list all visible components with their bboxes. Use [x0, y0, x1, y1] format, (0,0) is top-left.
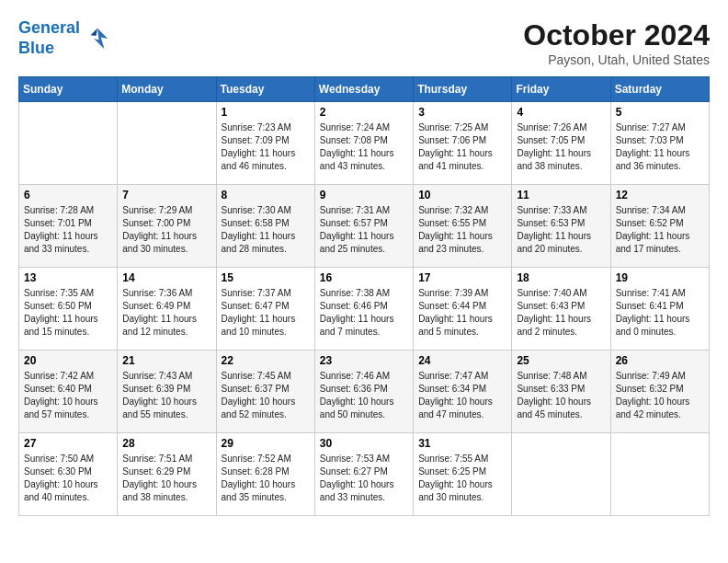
day-number: 27	[24, 437, 112, 450]
calendar-day-cell: 20Sunrise: 7:42 AM Sunset: 6:40 PM Dayli…	[19, 350, 118, 433]
day-number: 1	[222, 106, 310, 119]
day-number: 4	[517, 106, 605, 119]
calendar-day-cell: 6Sunrise: 7:28 AM Sunset: 7:01 PM Daylig…	[19, 185, 118, 268]
day-number: 20	[24, 354, 112, 367]
calendar-week-row: 20Sunrise: 7:42 AM Sunset: 6:40 PM Dayli…	[19, 350, 710, 433]
day-info: Sunrise: 7:51 AM Sunset: 6:29 PM Dayligh…	[122, 453, 210, 504]
logo-bird-icon	[84, 25, 111, 52]
weekday-header-monday: Monday	[118, 77, 216, 102]
day-number: 15	[222, 271, 310, 284]
day-number: 13	[24, 271, 112, 284]
day-number: 19	[616, 271, 704, 284]
day-number: 3	[418, 106, 506, 119]
day-info: Sunrise: 7:42 AM Sunset: 6:40 PM Dayligh…	[24, 370, 112, 421]
calendar-day-cell: 11Sunrise: 7:33 AM Sunset: 6:53 PM Dayli…	[512, 185, 610, 268]
calendar-day-cell	[512, 433, 610, 516]
calendar-day-cell: 12Sunrise: 7:34 AM Sunset: 6:52 PM Dayli…	[610, 185, 709, 268]
calendar-day-cell	[610, 433, 709, 516]
calendar-day-cell: 17Sunrise: 7:39 AM Sunset: 6:44 PM Dayli…	[414, 268, 512, 350]
calendar-day-cell: 3Sunrise: 7:25 AM Sunset: 7:06 PM Daylig…	[414, 102, 512, 185]
day-info: Sunrise: 7:32 AM Sunset: 6:55 PM Dayligh…	[418, 204, 506, 256]
day-number: 11	[517, 189, 605, 201]
page-header: GeneralBlue October 2024 Payson, Utah, U…	[18, 18, 710, 67]
calendar-day-cell: 23Sunrise: 7:46 AM Sunset: 6:36 PM Dayli…	[314, 350, 413, 433]
calendar-day-cell: 30Sunrise: 7:53 AM Sunset: 6:27 PM Dayli…	[314, 433, 413, 516]
day-info: Sunrise: 7:37 AM Sunset: 6:47 PM Dayligh…	[222, 287, 310, 339]
day-info: Sunrise: 7:41 AM Sunset: 6:41 PM Dayligh…	[616, 287, 704, 339]
day-number: 21	[122, 354, 210, 367]
weekday-header-friday: Friday	[512, 77, 610, 102]
calendar-day-cell: 16Sunrise: 7:38 AM Sunset: 6:46 PM Dayli…	[314, 268, 413, 350]
calendar-day-cell: 1Sunrise: 7:23 AM Sunset: 7:09 PM Daylig…	[216, 102, 314, 185]
day-number: 9	[320, 189, 408, 201]
day-info: Sunrise: 7:26 AM Sunset: 7:05 PM Dayligh…	[517, 121, 605, 173]
calendar-day-cell: 22Sunrise: 7:45 AM Sunset: 6:37 PM Dayli…	[216, 350, 314, 433]
calendar-day-cell: 24Sunrise: 7:47 AM Sunset: 6:34 PM Dayli…	[414, 350, 512, 433]
day-info: Sunrise: 7:25 AM Sunset: 7:06 PM Dayligh…	[418, 121, 506, 173]
weekday-header-tuesday: Tuesday	[216, 77, 314, 102]
weekday-header-row: SundayMondayTuesdayWednesdayThursdayFrid…	[19, 77, 710, 102]
day-info: Sunrise: 7:27 AM Sunset: 7:03 PM Dayligh…	[616, 121, 704, 173]
weekday-header-wednesday: Wednesday	[314, 77, 413, 102]
day-info: Sunrise: 7:50 AM Sunset: 6:30 PM Dayligh…	[24, 453, 112, 504]
calendar-week-row: 13Sunrise: 7:35 AM Sunset: 6:50 PM Dayli…	[19, 268, 710, 350]
day-number: 5	[616, 106, 704, 119]
day-info: Sunrise: 7:23 AM Sunset: 7:09 PM Dayligh…	[222, 121, 310, 173]
calendar-week-row: 1Sunrise: 7:23 AM Sunset: 7:09 PM Daylig…	[19, 102, 710, 185]
location: Payson, Utah, United States	[523, 52, 710, 67]
day-number: 12	[616, 189, 704, 201]
day-number: 16	[320, 271, 408, 284]
calendar-header: SundayMondayTuesdayWednesdayThursdayFrid…	[19, 77, 710, 102]
calendar-day-cell: 25Sunrise: 7:48 AM Sunset: 6:33 PM Dayli…	[512, 350, 610, 433]
day-info: Sunrise: 7:52 AM Sunset: 6:28 PM Dayligh…	[222, 453, 310, 504]
day-number: 17	[418, 271, 506, 284]
weekday-header-thursday: Thursday	[414, 77, 512, 102]
calendar-day-cell: 14Sunrise: 7:36 AM Sunset: 6:49 PM Dayli…	[118, 268, 216, 350]
day-number: 8	[222, 189, 310, 201]
day-info: Sunrise: 7:55 AM Sunset: 6:25 PM Dayligh…	[418, 453, 506, 504]
calendar-day-cell: 18Sunrise: 7:40 AM Sunset: 6:43 PM Dayli…	[512, 268, 610, 350]
calendar-day-cell: 9Sunrise: 7:31 AM Sunset: 6:57 PM Daylig…	[314, 185, 413, 268]
day-info: Sunrise: 7:36 AM Sunset: 6:49 PM Dayligh…	[122, 287, 210, 339]
day-number: 24	[418, 354, 506, 367]
day-info: Sunrise: 7:24 AM Sunset: 7:08 PM Dayligh…	[320, 121, 408, 173]
calendar-day-cell: 5Sunrise: 7:27 AM Sunset: 7:03 PM Daylig…	[610, 102, 709, 185]
calendar-day-cell: 19Sunrise: 7:41 AM Sunset: 6:41 PM Dayli…	[610, 268, 709, 350]
day-info: Sunrise: 7:53 AM Sunset: 6:27 PM Dayligh…	[320, 453, 408, 504]
calendar-day-cell: 27Sunrise: 7:50 AM Sunset: 6:30 PM Dayli…	[19, 433, 118, 516]
day-info: Sunrise: 7:49 AM Sunset: 6:32 PM Dayligh…	[616, 370, 704, 421]
calendar-table: SundayMondayTuesdayWednesdayThursdayFrid…	[18, 76, 710, 516]
day-info: Sunrise: 7:46 AM Sunset: 6:36 PM Dayligh…	[320, 370, 408, 421]
day-number: 23	[320, 354, 408, 367]
day-info: Sunrise: 7:29 AM Sunset: 7:00 PM Dayligh…	[122, 204, 210, 256]
day-info: Sunrise: 7:34 AM Sunset: 6:52 PM Dayligh…	[616, 204, 704, 256]
calendar-day-cell: 28Sunrise: 7:51 AM Sunset: 6:29 PM Dayli…	[118, 433, 216, 516]
calendar-day-cell: 21Sunrise: 7:43 AM Sunset: 6:39 PM Dayli…	[118, 350, 216, 433]
day-info: Sunrise: 7:48 AM Sunset: 6:33 PM Dayligh…	[517, 370, 605, 421]
calendar-day-cell	[19, 102, 118, 185]
day-number: 10	[418, 189, 506, 201]
svg-marker-1	[91, 28, 98, 35]
day-info: Sunrise: 7:38 AM Sunset: 6:46 PM Dayligh…	[320, 287, 408, 339]
day-info: Sunrise: 7:43 AM Sunset: 6:39 PM Dayligh…	[122, 370, 210, 421]
calendar-day-cell: 7Sunrise: 7:29 AM Sunset: 7:00 PM Daylig…	[118, 185, 216, 268]
day-info: Sunrise: 7:47 AM Sunset: 6:34 PM Dayligh…	[418, 370, 506, 421]
calendar-day-cell: 26Sunrise: 7:49 AM Sunset: 6:32 PM Dayli…	[610, 350, 709, 433]
month-title: October 2024	[523, 18, 710, 52]
logo-text: GeneralBlue	[18, 18, 80, 58]
day-info: Sunrise: 7:28 AM Sunset: 7:01 PM Dayligh…	[24, 204, 112, 256]
calendar-day-cell	[118, 102, 216, 185]
title-section: October 2024 Payson, Utah, United States	[523, 18, 710, 67]
day-info: Sunrise: 7:35 AM Sunset: 6:50 PM Dayligh…	[24, 287, 112, 339]
day-info: Sunrise: 7:31 AM Sunset: 6:57 PM Dayligh…	[320, 204, 408, 256]
day-number: 28	[122, 437, 210, 450]
weekday-header-sunday: Sunday	[19, 77, 118, 102]
calendar-day-cell: 8Sunrise: 7:30 AM Sunset: 6:58 PM Daylig…	[216, 185, 314, 268]
day-number: 18	[517, 271, 605, 284]
calendar-day-cell: 15Sunrise: 7:37 AM Sunset: 6:47 PM Dayli…	[216, 268, 314, 350]
day-number: 22	[222, 354, 310, 367]
day-number: 6	[24, 189, 112, 201]
day-number: 14	[122, 271, 210, 284]
day-info: Sunrise: 7:39 AM Sunset: 6:44 PM Dayligh…	[418, 287, 506, 339]
day-info: Sunrise: 7:33 AM Sunset: 6:53 PM Dayligh…	[517, 204, 605, 256]
